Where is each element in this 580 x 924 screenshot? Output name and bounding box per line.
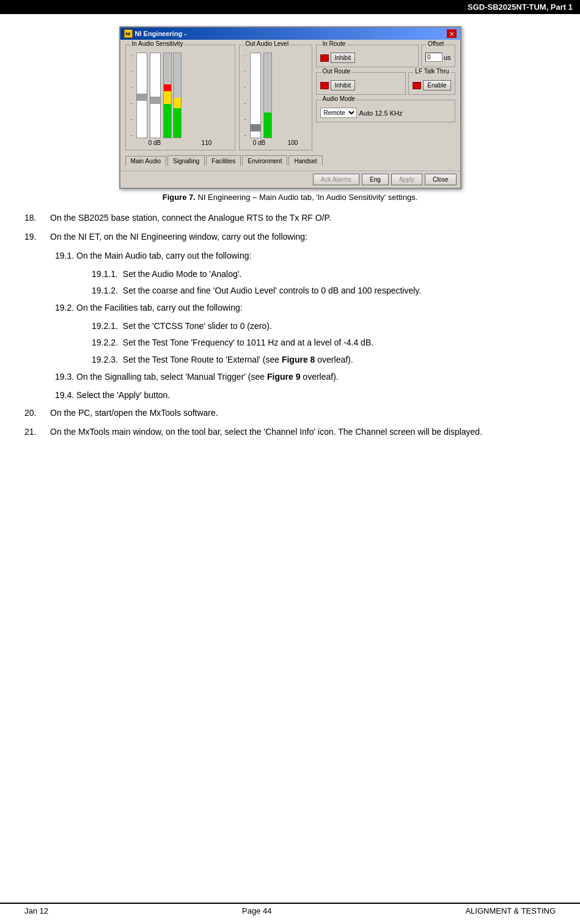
tab-main-audio[interactable]: Main Audio (125, 156, 166, 166)
lf-talk-led[interactable] (413, 82, 421, 89)
section-1922-num: 19.2.2. (92, 336, 118, 350)
out-coarse-slider (250, 53, 261, 138)
section-1911-inner: 19.1.1. Set the Audio Mode to 'Analog'. (92, 268, 556, 281)
section-18-num: 18. (24, 212, 43, 224)
section-193-text: On the Signalling tab, select 'Manual Tr… (76, 372, 339, 382)
header-title: SGD-SB2025NT-TUM, Part 1 (468, 2, 573, 12)
in-route-controls: Inhibit (320, 53, 414, 63)
fine-slider-group (150, 53, 161, 138)
lf-talk-enable-btn[interactable]: Enable (423, 80, 450, 91)
figure-container: NI NI Engineering - ✕ In Audio Sensitivi… (24, 26, 556, 208)
section-1923-inner: 19.2.3. Set the Test Tone Route to 'Exte… (92, 353, 556, 367)
offset-us-label: us (444, 54, 451, 61)
out-coarse-thumb (251, 124, 260, 131)
fine-slider-track[interactable] (150, 53, 161, 138)
close-btn[interactable]: Close (425, 174, 457, 185)
figure-caption: Figure 7. NI Engineering – Main Audio ta… (163, 193, 418, 202)
dialog-titlebar: NI NI Engineering - ✕ (120, 28, 460, 40)
section-1911-text: Set the Audio Mode to 'Analog'. (123, 268, 241, 281)
meter-bar-2 (173, 53, 182, 138)
section-1921-num: 19.2.1. (92, 320, 118, 333)
ack-alarms-btn[interactable]: Ack Alarms (313, 174, 359, 185)
audio-mode-label: Audio Mode (321, 95, 356, 102)
page-header: SGD-SB2025NT-TUM, Part 1 (0, 0, 580, 14)
tab-handset[interactable]: Handset (288, 155, 322, 166)
dialog-close-btn[interactable]: ✕ (447, 29, 457, 38)
meter-fill-green-2 (174, 108, 181, 138)
section-1923-text: Set the Test Tone Route to 'External' (s… (123, 353, 353, 367)
eng-btn[interactable]: Eng (362, 174, 389, 185)
section-1912-num: 19.1.2. (92, 284, 118, 298)
titlebar-icon: NI (124, 29, 133, 38)
out-route-controls: Inhibit (320, 80, 402, 91)
figure-caption-bold: Figure 7. (163, 193, 198, 202)
in-route-inhibit-btn[interactable]: Inhibit (331, 53, 356, 63)
section-192-text: On the Facilities tab, carry out the fol… (76, 303, 243, 312)
audio-mode-controls: Remote Auto 12.5 KHz (320, 108, 451, 118)
footer-left: Jan 12 (24, 906, 48, 915)
footer-right: ALIGNMENT & TESTING (465, 906, 556, 915)
lf-talk-group: LF Talk Thru Enable (408, 72, 455, 95)
figure-caption-prefix: Figure 7. (163, 193, 196, 202)
out-meter-green (264, 113, 271, 138)
lf-talk-controls: Enable (413, 80, 450, 91)
in-audio-label: In Audio Sensitivity (131, 40, 185, 47)
footer-center: Page 44 (242, 906, 271, 915)
fine-slider-thumb (150, 97, 160, 104)
tab-facilities[interactable]: Facilities (206, 155, 241, 166)
section-1922-text: Set the Test Tone 'Frequency' to 1011 Hz… (123, 336, 373, 350)
out-audio-label: Out Audio Level (244, 40, 290, 47)
section-21: 21. On the MxTools main window, on the t… (24, 426, 556, 438)
dialog-title: NI Engineering - (135, 30, 186, 37)
out-audio-sliders: - - - - - - (243, 53, 308, 138)
section-19-num: 19. (24, 231, 43, 243)
coarse-slider-group (136, 53, 147, 138)
meter-fill-yellow-1 (164, 91, 171, 104)
audio-mode-select[interactable]: Remote (320, 108, 357, 118)
section-192: 19.2. On the Facilities tab, carry out t… (55, 301, 556, 315)
out-meter-bar (263, 53, 272, 138)
in-route-offset-row: In Route Inhibit Offset (316, 45, 455, 70)
dialog-inner-layout: In Audio Sensitivity - - - - - - (125, 45, 455, 153)
right-controls: In Route Inhibit Offset (316, 45, 455, 153)
in-route-label: In Route (321, 40, 347, 47)
section-1923-num: 19.2.3. (92, 353, 118, 367)
tab-signalling[interactable]: Signalling (167, 155, 205, 166)
section-194-num: 19.4. (55, 390, 74, 400)
meter-fill-red-1 (164, 84, 171, 91)
bottom-buttons-row: Ack Alarms Eng Apply Close (120, 171, 460, 188)
out-route-inhibit-btn[interactable]: Inhibit (331, 80, 356, 91)
section-192-num: 19.2. (55, 303, 74, 312)
in-audio-db-label: 0 dB (149, 139, 161, 146)
out-route-led[interactable] (320, 82, 329, 89)
tab-environment[interactable]: Environment (242, 155, 287, 166)
out-coarse-track[interactable] (250, 53, 261, 138)
section-1911-num: 19.1.1. (92, 268, 118, 281)
offset-input[interactable] (425, 53, 442, 62)
figure-8-ref: Figure 8 (282, 355, 315, 364)
coarse-slider-thumb (137, 94, 147, 101)
section-1921-text: Set the 'CTCSS Tone' slider to 0 (zero). (123, 320, 272, 333)
titlebar-left: NI NI Engineering - (124, 29, 186, 38)
section-21-text: On the MxTools main window, on the tool … (50, 426, 482, 438)
coarse-slider-track[interactable] (136, 53, 147, 138)
ni-engineering-dialog[interactable]: NI NI Engineering - ✕ In Audio Sensitivi… (119, 26, 461, 189)
section-18: 18. On the SB2025 base station, connect … (24, 212, 556, 224)
out-route-label: Out Route (321, 68, 352, 75)
out-route-group: Out Route Inhibit (316, 72, 406, 95)
section-1922-inner: 19.2.2. Set the Test Tone 'Frequency' to… (92, 336, 556, 350)
section-1921-inner: 19.2.1. Set the 'CTCSS Tone' slider to 0… (92, 320, 556, 333)
out-audio-group: Out Audio Level - - - - - - (239, 45, 312, 150)
section-194-text: Select the 'Apply' button. (76, 390, 170, 400)
scale-labels-left: - - - - - - (130, 53, 134, 138)
section-1922: 19.2.2. Set the Test Tone 'Frequency' to… (92, 336, 556, 350)
section-20: 20. On the PC, start/open the MxTools so… (24, 407, 556, 419)
meter-fill-yellow-2 (174, 98, 181, 108)
in-route-led[interactable] (320, 54, 329, 62)
section-1911: 19.1.1. Set the Audio Mode to 'Analog'. (92, 268, 556, 281)
offset-controls: us (425, 53, 451, 62)
section-191-text: On the Main Audio tab, carry out the fol… (76, 251, 251, 261)
apply-btn[interactable]: Apply (391, 174, 422, 185)
section-18-text: On the SB2025 base station, connect the … (50, 212, 331, 224)
audio-mode-group: Audio Mode Remote Auto 12.5 KHz (316, 100, 455, 122)
